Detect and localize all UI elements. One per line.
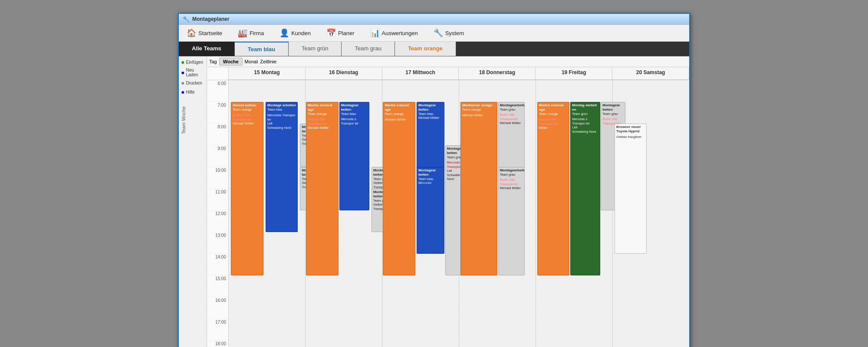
event-markisenmont-dienstag-orange[interactable]: Markis enmont age Team orange Grüner VW …	[306, 102, 338, 275]
day-header-freitag: 19 Freitag	[536, 67, 612, 79]
slot	[382, 80, 459, 102]
menu-auswertungen-label: Auswertungen	[382, 30, 418, 36]
time-header-spacer	[207, 67, 228, 80]
tag-btn[interactable]: Tag	[209, 59, 217, 64]
slot	[459, 297, 536, 319]
auswertungen-icon: 📊	[370, 28, 380, 38]
time-slot-1200: 12:00	[207, 210, 228, 232]
tab-team-gruen[interactable]: Team grün	[289, 42, 342, 56]
title-bar: 🔧 Montageplaner	[179, 14, 689, 25]
slot	[536, 319, 612, 340]
time-slot-600: 6:00	[207, 80, 228, 102]
menu-firma-label: Firma	[250, 30, 264, 36]
time-slot-1300: 13:00	[207, 232, 228, 254]
view-toolbar: Tag Woche Monat Zeitlinie	[207, 56, 689, 67]
slot	[613, 319, 689, 340]
day-header-mittwoch: 17 Mittwoch	[382, 67, 459, 79]
slot	[613, 297, 689, 319]
slot	[536, 275, 612, 297]
event-markisenmont-freitag-orange[interactable]: Markis enmont age Team orange Grüner VW …	[537, 102, 569, 275]
time-slot-1800: 18:00	[207, 340, 228, 347]
day-header-dienstag: 16 Dienstag	[306, 67, 382, 79]
window-title: Montageplaner	[192, 16, 229, 22]
event-montagearbeiten-mittwoch-blau2[interactable]: Montagear beiten Team blau Mercede	[417, 167, 444, 254]
slot	[613, 340, 689, 347]
time-slot-1500: 15:00	[207, 275, 228, 297]
menu-planer-label: Planer	[338, 30, 355, 36]
system-icon: 🔧	[434, 28, 443, 38]
menu-planer[interactable]: 📅 Planer	[323, 26, 358, 39]
slot	[459, 275, 536, 297]
menu-kunden-label: Kunden	[291, 30, 311, 36]
menu-system-label: System	[445, 30, 464, 36]
tab-team-blau[interactable]: Team blau	[235, 42, 289, 56]
hilfe-icon: ●	[181, 88, 184, 95]
slot	[382, 275, 459, 297]
slot	[229, 319, 305, 340]
event-samstag-1[interactable]: Browner neuer Toyota Hyprid Getbäu fraug…	[615, 124, 647, 254]
menu-firma[interactable]: 🏭 Firma	[234, 26, 267, 39]
neuladen-label: Neu Laden	[186, 68, 204, 77]
slot	[382, 297, 459, 319]
woche-btn[interactable]: Woche	[219, 58, 243, 65]
days-area: 15 Montag 16 Dienstag 17 Mittwoch 18 Don…	[229, 67, 689, 347]
team-woche-label: Team Woche	[181, 106, 204, 134]
tab-team-orange[interactable]: Team orange	[395, 42, 456, 56]
monat-btn[interactable]: Monat	[245, 59, 258, 64]
slot	[613, 275, 689, 297]
slot	[306, 275, 382, 297]
slot	[382, 319, 459, 340]
day-header-donnerstag: 18 Donnerstag	[459, 67, 536, 79]
slot	[459, 319, 536, 340]
time-slot-1600: 16:00	[207, 297, 228, 319]
days-header: 15 Montag 16 Dienstag 17 Mittwoch 18 Don…	[229, 67, 689, 80]
event-geruestaufbau[interactable]: Gerüst aufbau Team orange Grüner VW Tran…	[231, 102, 263, 275]
menu-system[interactable]: 🔧 System	[430, 26, 467, 39]
slot	[229, 275, 305, 297]
slot	[306, 319, 382, 340]
firma-icon: 🏭	[238, 28, 247, 38]
menu-auswertungen[interactable]: 📊 Auswertungen	[367, 26, 421, 39]
tab-alle-teams[interactable]: Alle Teams	[179, 42, 235, 56]
calendar-grid: 6:00 7:00 8:00 9:00 10:00 11:00 12:00 13…	[207, 67, 689, 347]
action-drucken[interactable]: ● Drucken	[181, 79, 204, 86]
day-header-samstag: 20 Samstag	[612, 67, 689, 79]
menu-startseite-label: Startseite	[198, 30, 222, 36]
slot	[459, 340, 536, 347]
slot	[229, 297, 305, 319]
tabs-bar: Alle Teams Team blau Team grün Team grau…	[179, 42, 689, 56]
event-montagearbeiten-donnerstag-grau2[interactable]: Montagearbeiten Team grau Roter VW Trans…	[498, 167, 525, 275]
event-markisenmont-mittwoch-orange[interactable]: Markis enmont age Team orange Michael Mö…	[383, 102, 415, 275]
sidebar: ● Einfügen ● Neu Laden ● Drucken ● Hilfe…	[179, 56, 207, 347]
slot	[536, 340, 612, 347]
event-montagearbeiten-freitag-gruen[interactable]: Montag earbeit en Team grün Mercede s Tr…	[570, 102, 600, 275]
slot	[382, 340, 459, 347]
drucken-icon: ●	[181, 79, 184, 86]
einfuegen-icon: ●	[181, 59, 184, 65]
slot	[613, 254, 689, 275]
action-neu-laden[interactable]: ● Neu Laden	[181, 68, 204, 77]
calendar-wrapper: Tag Woche Monat Zeitlinie 6:00 7:00 8:00…	[207, 56, 689, 347]
event-montagearbeiten-dienstag-blau[interactable]: Montagear beiten Team blau Mercede s Tra…	[339, 102, 369, 210]
slot	[229, 80, 305, 102]
action-einfuegen[interactable]: ● Einfügen	[181, 59, 204, 65]
app-icon: 🔧	[182, 16, 190, 23]
slot	[536, 80, 612, 102]
zeitlinie-btn[interactable]: Zeitlinie	[260, 59, 276, 64]
menu-kunden[interactable]: 👤 Kunden	[276, 26, 314, 39]
main-window: 🔧 Montageplaner 🏠 Startseite 🏭 Firma 👤 K…	[178, 13, 690, 347]
event-montagearbeiten-montag-blau[interactable]: Montage arbeiten Team blau Mercedes Tran…	[266, 102, 298, 232]
time-slot-1700: 17:00	[207, 319, 228, 340]
day-header-montag: 15 Montag	[229, 67, 306, 79]
time-slot-700: 7:00	[207, 102, 228, 124]
hilfe-label: Hilfe	[186, 90, 194, 95]
neuladen-icon: ●	[181, 69, 184, 76]
time-slot-800: 8:00	[207, 124, 228, 145]
menu-startseite[interactable]: 🏠 Startseite	[183, 26, 226, 39]
slot	[229, 340, 305, 347]
slot	[536, 297, 612, 319]
planer-icon: 📅	[326, 28, 336, 38]
event-markisenmont-donnerstag-orange[interactable]: Markisenm ontage Team orange Michael Möl…	[460, 102, 497, 275]
tab-team-grau[interactable]: Team grau	[342, 42, 395, 56]
action-hilfe[interactable]: ● Hilfe	[181, 88, 204, 95]
